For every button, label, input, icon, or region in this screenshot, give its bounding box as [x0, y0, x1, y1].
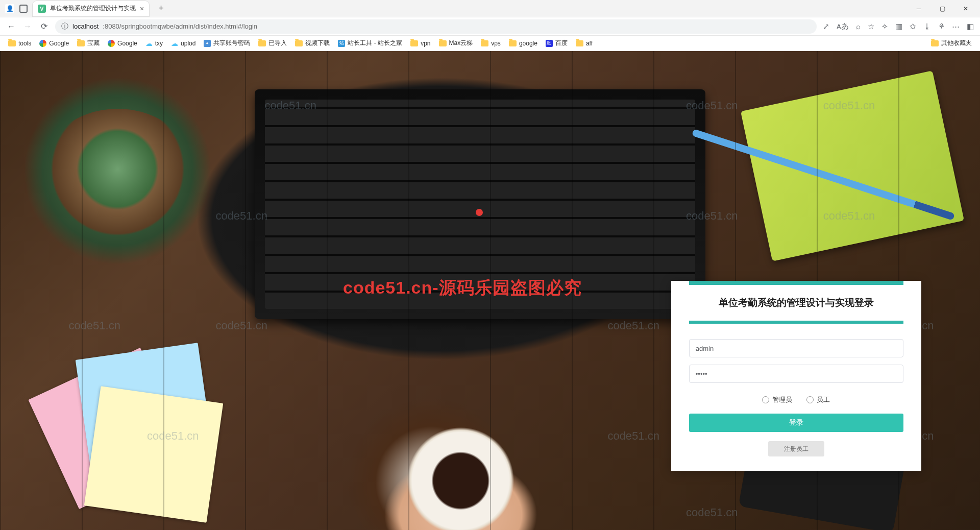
extensions-icon[interactable]: ✧	[881, 22, 888, 31]
folder-icon	[509, 40, 517, 46]
bookmark-label: vps	[491, 40, 501, 47]
bookmark-item[interactable]: ☁uplod	[168, 38, 199, 49]
watermark-gray: code51.cn	[686, 506, 738, 519]
bg-hand	[353, 434, 568, 530]
google-icon	[39, 40, 46, 47]
collections-icon[interactable]: ▥	[895, 22, 902, 31]
window-maximize-button[interactable]: ▢	[931, 2, 953, 16]
folder-icon	[576, 40, 583, 46]
bookmark-item[interactable]: tools	[5, 38, 34, 49]
role-radio-admin[interactable]: 管理员	[762, 395, 792, 404]
nav-reload-icon[interactable]: ⟳	[39, 21, 49, 32]
login-panel: 单位考勤系统的管理设计与实现登录 管理员 员工 登录 注册员工	[671, 281, 921, 471]
bg-sticky-notes	[39, 333, 216, 506]
downloads-icon[interactable]: ⭳	[923, 22, 931, 31]
browser-navbar: ← → ⟳ ⓘ localhost:8080/springbootmqwbe/a…	[0, 17, 980, 36]
bookmark-label: txy	[155, 40, 163, 47]
baidu-icon: 度	[546, 40, 553, 47]
address-bar[interactable]: ⓘ localhost:8080/springbootmqwbe/admin/d…	[55, 19, 817, 34]
watermark-gray: code51.cn	[215, 319, 267, 332]
watermark-gray: code51.cn	[823, 209, 875, 223]
bookmark-item[interactable]: vpn	[407, 38, 433, 49]
read-aloud-icon[interactable]: ᴀあ	[837, 21, 849, 31]
username-input[interactable]	[689, 339, 903, 357]
bookmark-label: Max云梯	[449, 39, 473, 47]
bookmark-item[interactable]: 度百度	[543, 37, 571, 49]
login-title: 单位考勤系统的管理设计与实现登录	[689, 296, 903, 309]
bg-plant	[39, 109, 196, 243]
url-path: :8080/springbootmqwbe/admin/dist/index.h…	[103, 22, 257, 30]
watermark-gray: code51.cn	[68, 319, 120, 332]
folder-icon	[77, 40, 85, 46]
login-header: 单位考勤系统的管理设计与实现登录	[689, 281, 903, 324]
url-host: localhost	[72, 22, 99, 30]
navbar-right-icons: ⤢ ᴀあ ⌕ ☆ ✧ ▥ ✩ ⭳ ⚘ ⋯ ◧	[823, 21, 974, 31]
bookmark-item[interactable]: 站站长工具 - 站长之家	[335, 37, 405, 49]
close-tab-icon[interactable]: ×	[140, 5, 144, 13]
key-icon: ✦	[204, 40, 211, 47]
tab-title: 单位考勤系统的管理设计与实现	[50, 4, 136, 13]
favorite-icon[interactable]: ☆	[868, 22, 874, 31]
bookmark-item[interactable]: Max云梯	[436, 37, 476, 49]
bookmark-label: Google	[117, 40, 137, 47]
more-menu-icon[interactable]: ⋯	[952, 22, 960, 31]
bookmark-label: uplod	[181, 40, 195, 47]
cloud-icon: ☁	[171, 39, 178, 47]
bookmark-item[interactable]: ✦共享账号密码	[201, 37, 253, 49]
bookmark-item[interactable]: Google	[36, 38, 72, 49]
radio-label: 管理员	[772, 395, 792, 404]
window-titlebar: 👤 V 单位考勤系统的管理设计与实现 × + ─ ▢ ✕	[0, 0, 980, 17]
bookmark-label: Google	[49, 40, 69, 47]
watermark-red: code51.cn-源码乐园盗图必究	[343, 276, 582, 300]
bookmark-label: 宝藏	[87, 39, 100, 47]
role-radio-group: 管理员 员工	[689, 395, 903, 404]
register-staff-button[interactable]: 注册员工	[768, 441, 824, 456]
role-radio-staff[interactable]: 员工	[806, 395, 830, 404]
tab-overview-icon[interactable]	[19, 5, 28, 13]
nav-back-icon[interactable]: ←	[6, 21, 16, 32]
bookmark-item[interactable]: aff	[573, 38, 596, 49]
radio-icon	[762, 396, 769, 403]
page-viewport: code51.cn code51.cn code51.cn code51.cn …	[0, 51, 980, 530]
folder-icon	[931, 40, 939, 46]
watermark-gray: code51.cn	[264, 99, 316, 112]
folder-icon	[8, 40, 16, 46]
password-input[interactable]	[689, 365, 903, 383]
bookmark-item[interactable]: 宝藏	[74, 37, 103, 49]
folder-icon	[481, 40, 488, 46]
favorites-bar-icon[interactable]: ✩	[910, 22, 916, 31]
bookmark-item[interactable]: ☁txy	[142, 38, 166, 49]
bookmark-item[interactable]: Google	[105, 38, 140, 49]
login-button[interactable]: 登录	[689, 414, 903, 432]
bookmark-item[interactable]: google	[506, 38, 541, 49]
lens-icon[interactable]: ⌕	[856, 22, 861, 31]
bookmark-label: 其他收藏夹	[941, 39, 972, 47]
bookmark-item[interactable]: 视频下载	[292, 37, 333, 49]
profile-icon[interactable]: 👤	[5, 4, 14, 13]
watermark-gray: code51.cn	[215, 209, 267, 223]
performance-icon[interactable]: ⚘	[938, 22, 945, 31]
folder-icon	[258, 40, 266, 46]
window-close-button[interactable]: ✕	[954, 2, 977, 16]
nav-forward-icon[interactable]: →	[22, 21, 33, 32]
bookmark-other-folder[interactable]: 其他收藏夹	[928, 37, 975, 49]
site-info-icon[interactable]: ⓘ	[61, 22, 68, 31]
bookmark-label: vpn	[421, 40, 430, 47]
folder-icon	[439, 40, 447, 46]
window-minimize-button[interactable]: ─	[908, 2, 930, 16]
watermark-gray: code51.cn	[686, 99, 738, 112]
bookmark-item[interactable]: vps	[478, 38, 504, 49]
site-icon: 站	[338, 40, 345, 47]
bookmark-item[interactable]: 已导入	[255, 37, 290, 49]
zoom-icon[interactable]: ⤢	[823, 22, 829, 31]
vue-favicon-icon: V	[38, 5, 46, 13]
browser-tab-active[interactable]: V 单位考勤系统的管理设计与实现 ×	[33, 1, 149, 16]
bookmark-label: 百度	[555, 39, 568, 47]
bookmark-label: 视频下载	[305, 39, 330, 47]
new-tab-button[interactable]: +	[154, 3, 168, 14]
radio-icon	[806, 396, 814, 403]
google-icon	[108, 40, 115, 47]
sidebar-toggle-icon[interactable]: ◧	[967, 22, 974, 31]
cloud-icon: ☁	[145, 39, 153, 47]
watermark-gray: code51.cn	[607, 429, 659, 443]
